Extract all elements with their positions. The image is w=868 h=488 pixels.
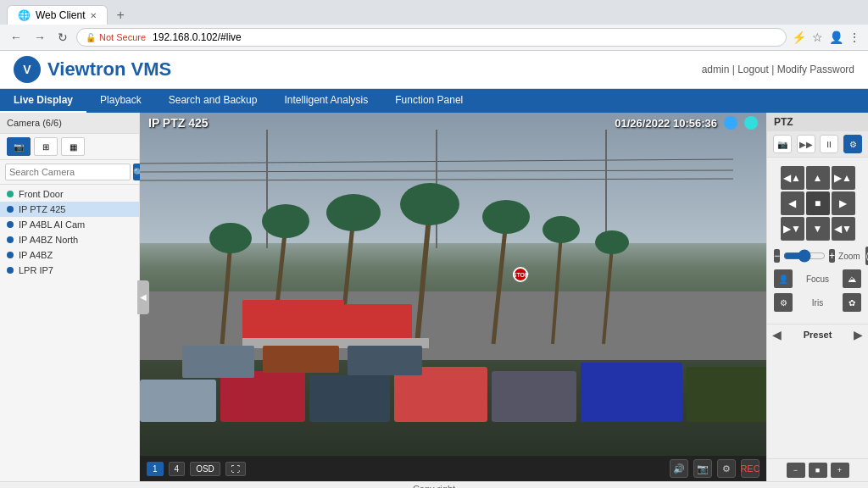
nav-bar: ← → ↻ 🔓 Not Secure 192.168.0.102/#live ⚡…	[0, 25, 868, 50]
video-timestamp: 01/26/2022 10:56:36	[615, 117, 717, 130]
layout-4-button[interactable]: 4	[169, 462, 186, 476]
camera-status-dot	[7, 267, 14, 274]
ptz-tab-record[interactable]: ▶▶	[797, 135, 815, 153]
zoom-slider[interactable]	[783, 249, 826, 263]
tab-close-button[interactable]: ✕	[90, 11, 97, 20]
ptz-tab-camera[interactable]: 📷	[773, 135, 792, 153]
ptz-stop-button[interactable]: ■	[806, 191, 830, 215]
sidebar: Camera (6/6) ◀ 📷 ⊞ ▦ 🔍 ↺ Front Door	[0, 113, 140, 481]
forward-button[interactable]: →	[31, 29, 49, 46]
fullscreen-button[interactable]: ⛶	[225, 462, 246, 476]
extensions-button[interactable]: ⚡	[792, 30, 805, 44]
sidebar-tab-list[interactable]: ▦	[61, 137, 85, 156]
svg-point-13	[400, 183, 459, 225]
ptz-se-button[interactable]: ◀▼	[832, 217, 855, 241]
ptz-bottom-left-button[interactable]: −	[787, 463, 805, 478]
camera-item-a4bl[interactable]: IP A4BL AI Cam	[0, 217, 139, 232]
camera-item-front-door[interactable]: Front Door	[0, 186, 139, 202]
nav-function-panel[interactable]: Function Panel	[381, 89, 476, 113]
tab-title: Web Client	[36, 9, 85, 21]
sidebar-tab-camera[interactable]: 📷	[7, 137, 31, 156]
zoom-in-button[interactable]: +	[829, 249, 835, 263]
camera-status-dot	[7, 191, 14, 197]
camera-status-dot	[7, 221, 14, 228]
zoom-label: Zoom	[838, 252, 860, 261]
preset-prev-button[interactable]: ◀	[772, 328, 782, 341]
address-text: 192.168.0.102/#live	[153, 31, 242, 43]
sidebar-tabs: 📷 ⊞ ▦	[0, 134, 139, 160]
nav-playback[interactable]: Playback	[86, 89, 155, 113]
ptz-panel: PTZ 📷 ▶▶ ⏸ ⚙ ◀▲ ▲ ▶▲ ◀ ■ ▶	[766, 113, 868, 481]
svg-rect-25	[309, 375, 390, 422]
video-area: STOP	[140, 113, 766, 481]
back-button[interactable]: ←	[7, 29, 25, 46]
svg-rect-29	[687, 367, 766, 422]
browser-chrome: 🌐 Web Client ✕ + ← → ↻ 🔓 Not Secure 192.…	[0, 0, 868, 51]
camera-item-a4bz-north[interactable]: IP A4BZ North	[0, 232, 139, 247]
bookmark-button[interactable]: ☆	[810, 30, 824, 44]
camera-item-ptz425[interactable]: IP PTZ 425	[0, 202, 139, 217]
ptz-header: PTZ	[767, 113, 868, 131]
camera-count: Camera (6/6)	[7, 118, 62, 128]
browser-tab[interactable]: 🌐 Web Client ✕	[7, 5, 108, 25]
sidebar-tab-group[interactable]: ⊞	[34, 137, 58, 156]
ptz-sw-button[interactable]: ▶▼	[781, 217, 804, 241]
footer-text: Copy right	[413, 484, 455, 488]
reload-button[interactable]: ↻	[54, 29, 71, 46]
ptz-n-button[interactable]: ▲	[806, 166, 830, 190]
zoom-out-button[interactable]: −	[774, 249, 780, 263]
settings-icon[interactable]: ⚙	[717, 459, 736, 478]
zoom-left-button[interactable]: ⟨	[865, 247, 868, 265]
preset-row: ◀ Preset ▶	[767, 324, 868, 345]
svg-rect-30	[182, 346, 254, 378]
search-camera-input[interactable]	[5, 164, 131, 180]
address-bar[interactable]: 🔓 Not Secure 192.168.0.102/#live	[76, 28, 787, 47]
iris-increase-icon[interactable]: ✿	[843, 293, 861, 312]
ptz-bottom-right-button[interactable]: +	[831, 463, 849, 478]
iris-decrease-icon[interactable]: ⚙	[774, 293, 793, 312]
camera-item-lpr-ip7[interactable]: LPR IP7	[0, 263, 139, 278]
logo-icon: V	[14, 56, 41, 83]
sidebar-collapse-button[interactable]: ◀	[137, 280, 149, 314]
osd-button[interactable]: OSD	[190, 462, 220, 476]
profile-button[interactable]: 👤	[829, 30, 843, 44]
layout-1-button[interactable]: 1	[147, 462, 164, 476]
camera-status-dot	[7, 252, 14, 258]
ptz-bottom-mid-button[interactable]: ■	[809, 463, 827, 478]
zoom-row: − + Zoom ⟨ ⟩	[772, 244, 863, 268]
ptz-tab-control[interactable]: ⚙	[843, 135, 862, 153]
camera-name: IP A4BL AI Cam	[19, 219, 85, 230]
focus-label: Focus	[793, 274, 843, 284]
security-warning-text: Not Secure	[99, 32, 146, 42]
app-logo: V Viewtron VMS	[14, 56, 171, 83]
focus-far-icon[interactable]: ⛰	[843, 269, 861, 288]
ptz-bottom-controls: − ■ +	[767, 458, 868, 481]
focus-near-icon[interactable]: 👤	[774, 269, 793, 288]
nav-live-display[interactable]: Live Display	[0, 89, 86, 113]
menu-button[interactable]: ⋮	[848, 30, 861, 44]
camera-name: IP A4BZ	[19, 250, 53, 260]
camera-item-a4bz[interactable]: IP A4BZ	[0, 247, 139, 263]
ptz-s-button[interactable]: ▼	[806, 217, 830, 241]
direction-grid: ◀▲ ▲ ▶▲ ◀ ■ ▶ ▶▼ ▼ ◀▼	[781, 166, 855, 241]
tab-favicon: 🌐	[18, 9, 31, 21]
ptz-e-button[interactable]: ▶	[832, 191, 855, 215]
camera-status-dot	[7, 206, 14, 213]
parked-cars-svg	[140, 346, 766, 456]
nav-search-backup[interactable]: Search and Backup	[155, 89, 271, 113]
ptz-w-button[interactable]: ◀	[781, 191, 804, 215]
svg-point-9	[262, 204, 309, 238]
video-wrapper[interactable]: STOP	[140, 113, 766, 456]
main-nav: Live Display Playback Search and Backup …	[0, 89, 868, 113]
ptz-nw-button[interactable]: ◀▲	[781, 166, 804, 190]
ptz-ne-button[interactable]: ▶▲	[832, 166, 855, 190]
ptz-tab-playback[interactable]: ⏸	[820, 135, 838, 153]
microphone-icon[interactable]: 🔊	[670, 459, 688, 478]
preset-label: Preset	[804, 330, 832, 340]
preset-next-button[interactable]: ▶	[854, 328, 863, 341]
snapshot-icon[interactable]: 📷	[693, 459, 712, 478]
record-button[interactable]: REC	[741, 459, 760, 478]
new-tab-button[interactable]: +	[111, 8, 129, 23]
nav-intelligent-analysis[interactable]: Intelligent Analysis	[270, 89, 381, 113]
user-info: admin | Logout | Modify Password	[702, 64, 854, 75]
